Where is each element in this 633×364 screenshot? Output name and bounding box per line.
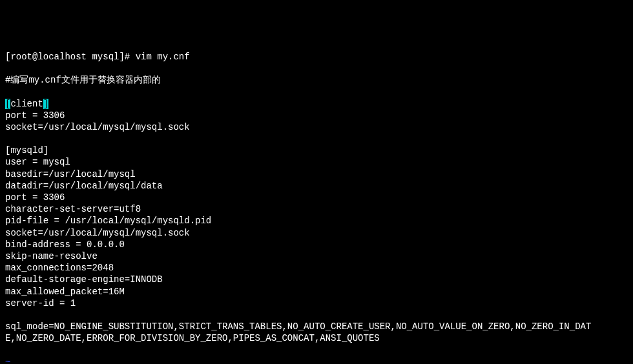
sql-mode-line-1: sql_mode=NO_ENGINE_SUBSTITUTION,STRICT_T…: [5, 321, 628, 332]
blank-line: [5, 309, 628, 321]
blank-line: [5, 344, 628, 356]
blank-line: [5, 86, 628, 97]
config-line: socket=/usr/local/mysql/mysql.sock: [5, 121, 628, 133]
config-line: default-storage-engine=INNODB: [5, 274, 628, 285]
shell-prompt-line: [root@localhost mysql]# vim my.cnf: [5, 51, 628, 63]
terminal-window[interactable]: [root@localhost mysql]# vim my.cnf #编写my…: [5, 51, 628, 364]
config-line: pid-file = /usr/local/mysql/mysqld.pid: [5, 215, 628, 227]
vim-tilde-line: ~: [5, 356, 628, 364]
config-line: user = mysql: [5, 156, 628, 168]
comment-line: #编写my.cnf文件用于替换容器内部的: [5, 74, 628, 86]
config-line: server-id = 1: [5, 298, 628, 309]
config-line: skip-name-resolve: [5, 250, 628, 262]
shell-command: vim my.cnf: [136, 52, 190, 62]
sql-mode-line-2: E,NO_ZERO_DATE,ERROR_FOR_DIVISION_BY_ZER…: [5, 332, 628, 344]
config-line: max_connections=2048: [5, 262, 628, 274]
client-section-header: [client]: [5, 98, 628, 110]
blank-line: [5, 63, 628, 74]
config-line: basedir=/usr/local/mysql: [5, 168, 628, 180]
client-label: client: [10, 99, 43, 109]
blank-line: [5, 133, 628, 145]
config-line: character-set-server=utf8: [5, 203, 628, 215]
config-line: bind-address = 0.0.0.0: [5, 239, 628, 250]
bracket-close-highlight: ]: [43, 99, 48, 109]
config-line: datadir=/usr/local/mysql/data: [5, 180, 628, 192]
config-line: max_allowed_packet=16M: [5, 286, 628, 298]
config-line: socket=/usr/local/mysql/mysql.sock: [5, 227, 628, 239]
config-line: port = 3306: [5, 192, 628, 203]
mysqld-section-header: [mysqld]: [5, 145, 628, 156]
shell-prompt: [root@localhost mysql]#: [5, 52, 130, 62]
config-line: port = 3306: [5, 110, 628, 121]
